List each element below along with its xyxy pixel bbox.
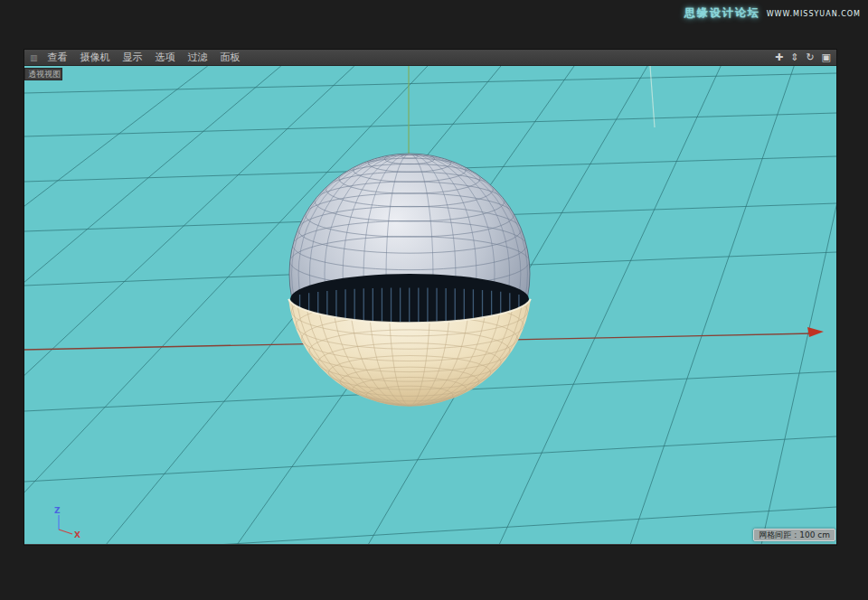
menu-filter[interactable]: 过滤 <box>182 50 214 66</box>
watermark-title: 思缘设计论坛 <box>684 5 760 21</box>
menu-panel[interactable]: 面板 <box>214 50 247 66</box>
gizmo-x-label: X <box>74 530 80 539</box>
zoom-icon[interactable]: ⇕ <box>790 52 798 64</box>
view-label[interactable]: 透视视图 <box>24 68 62 80</box>
viewport-frame: ▥ 查看 摄像机 显示 选项 过滤 面板 ✚ ⇕ ↻ ▣ <box>24 50 836 545</box>
viewport-3d[interactable]: Z X 透视视图 网格间距：100 cm <box>24 66 836 544</box>
grid-spacing-badge: 网格间距：100 cm <box>753 529 835 541</box>
watermark: 思缘设计论坛 WWW.MISSYUAN.COM <box>684 5 861 21</box>
menu-options[interactable]: 选项 <box>149 50 182 66</box>
pan-icon[interactable]: ✚ <box>775 52 783 64</box>
watermark-url: WWW.MISSYUAN.COM <box>767 10 861 18</box>
gizmo-z-label: Z <box>54 506 61 515</box>
grip-icon[interactable]: ▥ <box>30 50 38 66</box>
rotate-icon[interactable]: ↻ <box>806 52 814 64</box>
gizmo-x-axis-line <box>59 530 72 534</box>
viewport-nav-icons: ✚ ⇕ ↻ ▣ <box>775 52 831 64</box>
scene-svg: Z X <box>24 66 836 544</box>
menu-view[interactable]: 查看 <box>42 50 74 66</box>
sphere-object[interactable] <box>288 154 531 407</box>
axis-gizmo: Z X <box>54 506 80 539</box>
viewport-menubar: ▥ 查看 摄像机 显示 选项 过滤 面板 ✚ ⇕ ↻ ▣ <box>24 50 836 66</box>
maximize-icon[interactable]: ▣ <box>822 52 831 64</box>
menu-camera[interactable]: 摄像机 <box>74 50 117 66</box>
menu-display[interactable]: 显示 <box>117 50 149 66</box>
